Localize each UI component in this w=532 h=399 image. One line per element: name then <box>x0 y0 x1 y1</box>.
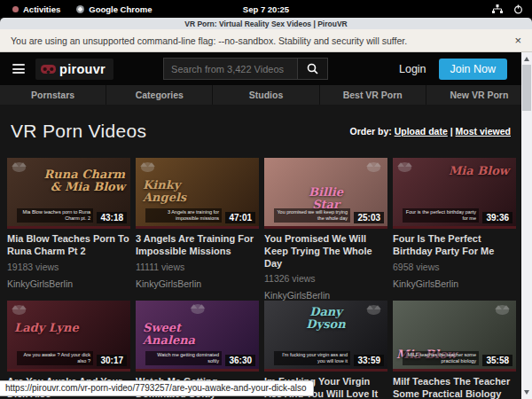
chrome-icon <box>76 5 84 13</box>
login-link[interactable]: Login <box>399 63 426 75</box>
search-button[interactable] <box>298 58 328 80</box>
video-card[interactable]: Kinky Angels 3 Angels are training for i… <box>136 158 259 301</box>
join-now-button[interactable]: Join Now <box>439 59 507 80</box>
order-most-viewed-link[interactable]: Most viewed <box>456 126 511 137</box>
nav-item-new-vr[interactable]: New VR Porn <box>426 85 532 105</box>
duration-badge: 43:18 <box>97 212 127 223</box>
thumbnail-overlay-title: Runa Charm & Mia Blow <box>41 168 125 193</box>
network-icon[interactable] <box>492 4 503 13</box>
order-by-label: Order by: <box>350 126 392 137</box>
video-thumbnail[interactable]: Dany Dyson I'm fucking your virgin ass a… <box>264 301 387 372</box>
video-thumbnail[interactable]: Sweet Analena Watch me getting dominated… <box>136 301 259 372</box>
thumbnail-caption: You promised we will keep trying the who… <box>274 208 350 223</box>
video-card[interactable]: Billie Star You promised we will keep tr… <box>264 158 387 301</box>
studio-watermark-icon <box>191 304 204 314</box>
thumbnail-caption: Watch me getting dominated softly <box>145 351 222 365</box>
nav-item-best-vr[interactable]: Best VR Porn <box>319 85 426 105</box>
video-views: 11326 views <box>264 273 387 284</box>
studio-link[interactable]: KinkyGirlsBerlin <box>136 278 259 289</box>
video-card[interactable]: Mia Blow MILF teaches the teacher some p… <box>393 301 516 399</box>
duration-badge: 47:01 <box>225 212 255 223</box>
studio-watermark-icon <box>367 162 380 172</box>
studio-watermark-icon <box>12 305 26 315</box>
nav-item-studios[interactable]: Studios <box>212 85 318 105</box>
thumbnail-overlay-title: Lady Lyne <box>14 322 79 334</box>
duration-badge: 35:58 <box>482 355 512 366</box>
thumbnail-caption: Four is the perfect birthday party for m… <box>403 208 479 223</box>
activities-button[interactable]: Activities <box>12 4 60 14</box>
studio-watermark-icon <box>398 162 411 172</box>
studio-watermark-icon <box>141 162 154 172</box>
video-title[interactable]: You Promised We Will Keep Trying The Who… <box>264 233 387 270</box>
video-title[interactable]: Milf Teaches The Teacher Some Practical … <box>393 376 516 399</box>
order-by: Order by: Upload date | Most viewed <box>350 126 512 137</box>
order-separator: | <box>448 126 456 137</box>
order-upload-date-link[interactable]: Upload date <box>395 126 448 137</box>
video-thumbnail[interactable]: Runa Charm & Mia Blow Mia Blow teaches p… <box>7 158 130 229</box>
video-views: 19183 views <box>7 262 130 272</box>
search-bar <box>163 58 328 80</box>
studio-watermark-icon <box>367 305 380 315</box>
studio-link[interactable]: KinkyGirlsBerlin <box>7 278 130 289</box>
thumbnail-overlay-title: Kinky Angels <box>143 179 227 204</box>
video-thumbnail[interactable]: Billie Star You promised we will keep tr… <box>264 158 387 229</box>
video-thumbnail[interactable]: Lady Lyne Are you awake ? And your dick … <box>7 301 130 372</box>
video-views: 11111 views <box>136 262 259 272</box>
site-logo[interactable]: pirouvr <box>35 59 113 80</box>
thumbnail-caption: 3 Angels are training for impossible mis… <box>145 208 222 223</box>
studio-watermark-icon <box>12 162 26 172</box>
video-thumbnail[interactable]: Mia Blow Four is the perfect birthday pa… <box>393 158 516 229</box>
browser-tab-title[interactable]: VR Porn: Virtual Reality Sex Videos | Pi… <box>0 18 532 29</box>
infobar-message: You are using an unsupported command-lin… <box>11 35 407 46</box>
video-grid: Runa Charm & Mia Blow Mia Blow teaches p… <box>0 158 532 399</box>
duration-badge: 25:03 <box>354 212 384 223</box>
studio-link[interactable]: KinkyGirlsBerlin <box>393 278 516 289</box>
chrome-infobar: You are using an unsupported command-lin… <box>0 29 532 52</box>
main-nav: Pornstars Categories Studios Best VR Por… <box>0 85 532 105</box>
clock[interactable]: Sep 7 20:25 <box>243 4 289 14</box>
thumbnail-overlay-title: Mia Blow <box>449 165 509 177</box>
system-top-bar: Activities Google Chrome Sep 7 20:25 <box>0 0 532 18</box>
thumbnail-caption: I'm fucking your virgin ass and you will… <box>274 351 350 365</box>
infobar-close-icon[interactable]: × <box>514 35 521 46</box>
activities-indicator-icon <box>12 6 19 12</box>
video-thumbnail[interactable]: Kinky Angels 3 Angels are training for i… <box>136 158 259 229</box>
status-url-bubble: https://pirouvr.com/vr-porn-video/779325… <box>0 380 314 396</box>
studio-link[interactable]: KinkyGirlsBerlin <box>264 290 387 301</box>
vr-headset-icon <box>41 65 56 74</box>
hamburger-menu-icon[interactable] <box>12 64 25 74</box>
duration-badge: 36:30 <box>225 355 255 366</box>
site-header: pirouvr Login Join Now <box>0 52 532 85</box>
video-views: 6958 views <box>393 262 516 272</box>
thumbnail-caption: Are you awake ? And your dick also ? <box>17 351 93 365</box>
activities-label: Activities <box>23 4 60 14</box>
scroll-up-icon[interactable] <box>524 57 529 61</box>
thumbnail-overlay-title: Dany Dyson <box>295 306 357 331</box>
power-icon[interactable] <box>513 4 523 14</box>
thumbnail-overlay-title: Sweet Analena <box>143 322 227 347</box>
search-input[interactable] <box>163 58 298 80</box>
page-title: VR Porn Videos <box>11 121 146 142</box>
app-menu-button[interactable]: Google Chrome <box>76 4 152 14</box>
duration-badge: 30:17 <box>97 355 127 366</box>
thumbnail-caption: Mia Blow teaches porn to Runa Charm pt. … <box>17 208 93 223</box>
video-title[interactable]: Mia Blow Teaches Porn To Runa Charm Pt 2 <box>7 233 130 258</box>
duration-badge: 39:36 <box>482 212 512 223</box>
logo-text: pirouvr <box>59 62 106 76</box>
video-card[interactable]: Runa Charm & Mia Blow Mia Blow teaches p… <box>7 158 130 301</box>
video-title[interactable]: Four Is The Perfect Birthday Party For M… <box>393 233 516 258</box>
video-card[interactable]: Mia Blow Four is the perfect birthday pa… <box>393 158 516 301</box>
thumbnail-caption: MILF teaches the teacher some practical … <box>403 351 479 365</box>
nav-item-categories[interactable]: Categories <box>106 85 212 105</box>
video-thumbnail[interactable]: Mia Blow MILF teaches the teacher some p… <box>393 301 516 372</box>
studio-watermark-icon <box>496 305 509 315</box>
duration-badge: 33:59 <box>354 355 384 366</box>
app-menu-label: Google Chrome <box>89 4 152 14</box>
scrollbar-thumb[interactable] <box>522 65 531 111</box>
page-header: VR Porn Videos Order by: Upload date | M… <box>0 105 532 158</box>
nav-item-pornstars[interactable]: Pornstars <box>0 85 106 105</box>
search-icon <box>307 63 318 74</box>
scrollbar[interactable] <box>521 52 532 399</box>
scroll-down-icon[interactable] <box>524 390 529 395</box>
video-title[interactable]: 3 Angels Are Training For Impossible Mis… <box>136 233 259 258</box>
